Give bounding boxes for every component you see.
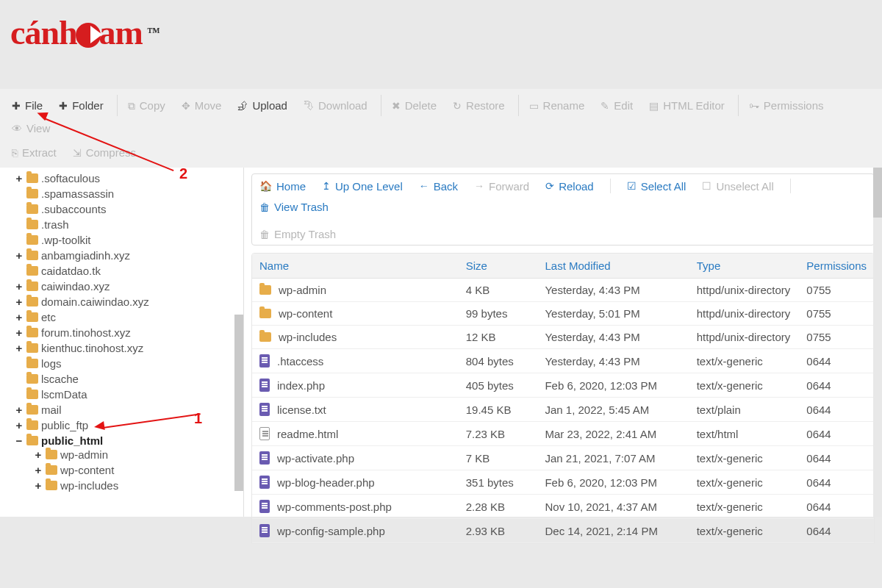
file-type: text/x-generic — [689, 373, 800, 398]
home-icon: 🏠 — [259, 180, 272, 192]
tree-node[interactable]: +etc — [15, 311, 243, 323]
tree-node[interactable]: .wp-toolkit — [15, 234, 243, 246]
tree-toggle[interactable]: + — [15, 404, 24, 416]
folder-tree-pane[interactable]: +.softaculous.spamassassin.subaccounts.t… — [0, 168, 244, 517]
table-row[interactable]: wp-admin4 KBYesterday, 4:43 PMhttpd/unix… — [252, 279, 874, 302]
tree-node[interactable]: −public_html — [15, 434, 243, 447]
table-row[interactable]: readme.html7.23 KBMar 23, 2022, 2:41 AMt… — [252, 422, 874, 446]
tree-node[interactable]: +.softaculous — [15, 172, 243, 184]
restore-button: ↻Restore — [445, 95, 512, 116]
tree-toggle[interactable]: + — [15, 419, 24, 431]
tree-toggle[interactable]: + — [34, 479, 43, 492]
tree-node[interactable]: +forum.tinohost.xyz — [15, 326, 243, 339]
tree-toggle[interactable]: + — [15, 249, 24, 262]
file-name: license.txt — [277, 404, 326, 416]
tree-label: mail — [41, 404, 62, 416]
table-row[interactable]: wp-comments-post.php2.28 KBNov 10, 2021,… — [252, 495, 874, 519]
file-permissions: 0644 — [799, 422, 874, 446]
table-row[interactable]: index.php405 bytesFeb 6, 2020, 12:03 PMt… — [252, 373, 874, 398]
tree-toggle[interactable]: + — [34, 448, 43, 461]
table-row[interactable]: .htaccess804 bytesYesterday, 4:43 PMtext… — [252, 349, 874, 373]
col-name[interactable]: Name — [252, 254, 459, 279]
file-size: 2.28 KB — [459, 495, 538, 519]
col-permissions[interactable]: Permissions — [799, 254, 874, 279]
folder-icon — [26, 297, 38, 306]
file-modified: Yesterday, 4:43 PM — [537, 326, 689, 349]
plus-icon: ✚ — [59, 101, 68, 111]
nav-back[interactable]: ←Back — [419, 180, 458, 193]
tree-node[interactable]: .subaccounts — [15, 203, 243, 215]
tree-label: wp-content — [60, 464, 114, 476]
tree-node[interactable]: logs — [15, 357, 243, 370]
unselect-all-icon: ☐ — [702, 180, 711, 192]
col-modified[interactable]: Last Modified — [537, 254, 689, 279]
folder-icon — [26, 282, 38, 291]
folder-icon — [26, 189, 38, 198]
table-row[interactable]: wp-activate.php7 KBJan 21, 2021, 7:07 AM… — [252, 446, 874, 470]
file-size: 804 bytes — [459, 349, 538, 373]
tree-node[interactable]: +anbamgiadinh.xyz — [15, 249, 243, 262]
tree-node[interactable]: caidatdao.tk — [15, 265, 243, 277]
nav-up[interactable]: ↥Up One Level — [322, 180, 403, 193]
tree-node[interactable]: +kienthuc.tinohost.xyz — [15, 342, 243, 354]
table-row[interactable]: license.txt19.45 KBJan 1, 2022, 5:45 AMt… — [252, 398, 874, 422]
file-permissions: 0755 — [799, 302, 874, 326]
nav-select-all[interactable]: ☑Select All — [627, 180, 686, 193]
tree-toggle[interactable]: + — [15, 280, 24, 293]
forward-icon: → — [474, 180, 484, 192]
tree-toggle[interactable]: + — [15, 342, 24, 354]
file-name: wp-activate.php — [277, 452, 354, 465]
html-file-icon — [259, 427, 270, 440]
new-folder-button[interactable]: ✚Folder — [51, 95, 111, 116]
tree-node[interactable]: +mail — [15, 404, 243, 416]
folder-icon — [26, 173, 38, 183]
nav-home[interactable]: 🏠Home — [259, 180, 306, 193]
tree-node[interactable]: +public_ftp — [15, 419, 243, 431]
extract-icon: ⎘ — [12, 148, 18, 158]
file-type: text/plain — [689, 398, 800, 422]
tree-node[interactable]: lscache — [15, 373, 243, 385]
tree-toggle[interactable]: + — [15, 311, 24, 323]
nav-empty-trash: 🗑Empty Trash — [259, 228, 336, 240]
table-row[interactable]: wp-blog-header.php351 bytesFeb 6, 2020, … — [252, 470, 874, 495]
upload-button[interactable]: ⮵Upload — [230, 95, 295, 116]
table-row[interactable]: wp-content99 bytesYesterday, 5:01 PMhttp… — [252, 302, 874, 326]
tree-toggle[interactable]: + — [15, 326, 24, 339]
col-type[interactable]: Type — [689, 254, 800, 279]
permissions-button: 🗝Permissions — [738, 95, 831, 116]
file-size: 19.45 KB — [459, 398, 538, 422]
file-modified: Nov 10, 2021, 4:37 AM — [537, 495, 689, 519]
folder-icon — [26, 420, 38, 430]
tree-node[interactable]: +wp-includes — [34, 479, 243, 492]
file-size: 99 bytes — [459, 302, 538, 326]
list-scrollbar[interactable] — [873, 168, 882, 517]
tree-node[interactable]: lscmData — [15, 388, 243, 401]
rename-icon: ▭ — [529, 101, 539, 111]
folder-icon — [46, 465, 57, 475]
file-icon — [259, 524, 270, 537]
eye-icon: 👁 — [12, 123, 22, 134]
tree-scrollbar[interactable] — [234, 315, 243, 491]
folder-icon — [26, 436, 38, 445]
file-size: 2.93 KB — [459, 519, 538, 543]
col-size[interactable]: Size — [459, 254, 538, 279]
tree-node[interactable]: +caiwindao.xyz — [15, 280, 243, 293]
file-permissions: 0644 — [799, 470, 874, 495]
tree-node[interactable]: .spamassassin — [15, 187, 243, 200]
tree-toggle[interactable]: + — [15, 295, 24, 308]
tree-toggle[interactable]: − — [15, 434, 24, 447]
html-editor-icon: ▤ — [649, 101, 659, 111]
tree-node[interactable]: +wp-content — [34, 464, 243, 476]
tree-toggle[interactable]: + — [34, 464, 43, 476]
nav-reload[interactable]: ⟳Reload — [545, 180, 594, 193]
file-icon — [259, 403, 270, 416]
file-icon — [259, 379, 270, 392]
tree-node[interactable]: +wp-admin — [34, 448, 243, 461]
table-row[interactable]: wp-config-sample.php2.93 KBDec 14, 2021,… — [252, 519, 874, 543]
tree-node[interactable]: .trash — [15, 218, 243, 231]
file-name: .htaccess — [277, 355, 323, 368]
table-row[interactable]: wp-includes12 KBYesterday, 4:43 PMhttpd/… — [252, 326, 874, 349]
tree-toggle[interactable]: + — [15, 172, 24, 184]
tree-node[interactable]: +domain.caiwindao.xyz — [15, 295, 243, 308]
nav-view-trash[interactable]: 🗑View Trash — [259, 201, 329, 213]
